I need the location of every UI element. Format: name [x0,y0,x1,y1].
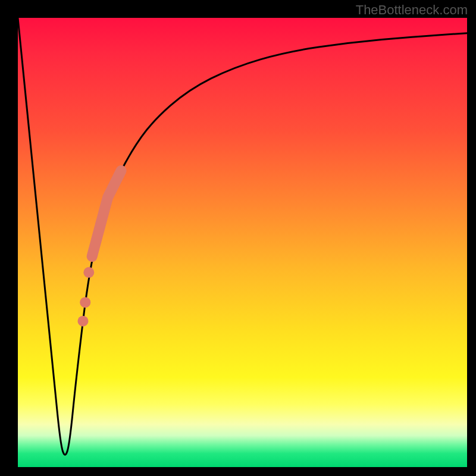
curve-line [18,18,467,455]
chart-svg [18,18,467,467]
marker-dot [83,267,94,278]
watermark: TheBottleneck.com [356,2,468,18]
plot-area [18,18,467,467]
marker-group [77,171,121,327]
marker-segment [92,171,121,256]
marker-dot [77,316,88,327]
marker-dot [80,297,90,308]
